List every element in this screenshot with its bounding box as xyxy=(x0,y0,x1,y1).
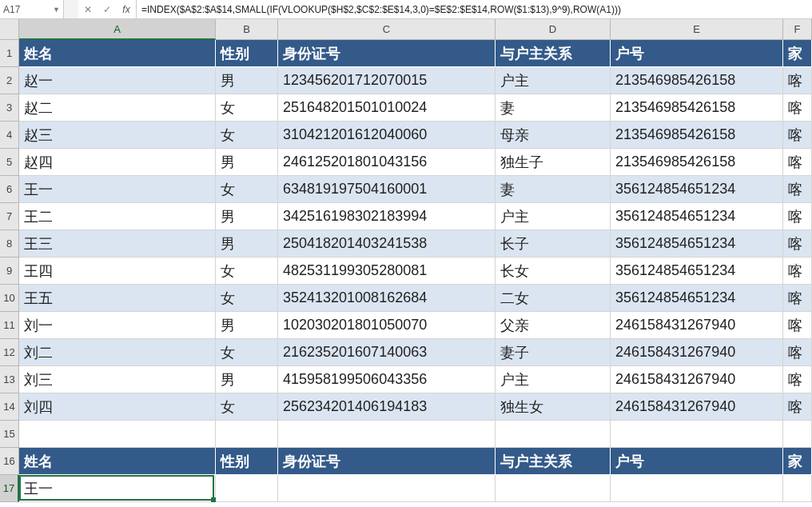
cell[interactable]: 喀 xyxy=(783,339,812,366)
cell[interactable]: 213546985426158 xyxy=(611,122,783,149)
cell[interactable]: 刘四 xyxy=(19,393,216,421)
cell[interactable]: 246125201801043156 xyxy=(278,149,496,176)
cell[interactable]: 213546985426158 xyxy=(611,94,783,122)
cell[interactable]: 女 xyxy=(216,94,278,122)
row-header[interactable]: 3 xyxy=(0,94,19,122)
spreadsheet-grid[interactable]: A B C D E F 1 姓名 性别 身份证号 与户主关系 户号 家 2赵一男… xyxy=(0,19,812,507)
cell[interactable]: 246158431267940 xyxy=(611,339,783,366)
cell[interactable]: 男 xyxy=(216,312,278,339)
row-header[interactable]: 6 xyxy=(0,176,19,203)
cell[interactable]: 赵四 xyxy=(19,149,216,176)
row-header[interactable]: 2 xyxy=(0,67,19,94)
cell[interactable]: 喀 xyxy=(783,122,812,149)
col-header-B[interactable]: B xyxy=(216,19,278,40)
cell[interactable]: 独生女 xyxy=(496,393,611,421)
cell[interactable]: 216235201607140063 xyxy=(278,339,496,366)
cell[interactable]: 刘三 xyxy=(19,366,216,393)
cell[interactable]: 女 xyxy=(216,339,278,366)
hdr2-gender[interactable]: 性别 xyxy=(216,448,278,475)
cell[interactable] xyxy=(783,421,812,448)
cell[interactable]: 男 xyxy=(216,366,278,393)
cell[interactable]: 女 xyxy=(216,176,278,203)
cell[interactable]: 251648201501010024 xyxy=(278,94,496,122)
cell[interactable]: 喀 xyxy=(783,203,812,230)
cell[interactable]: 352413201008162684 xyxy=(278,285,496,312)
cell[interactable]: 250418201403241538 xyxy=(278,230,496,257)
cell[interactable]: 喀 xyxy=(783,393,812,421)
select-all-corner[interactable] xyxy=(0,19,19,40)
row-header[interactable]: 7 xyxy=(0,203,19,230)
row-header[interactable]: 14 xyxy=(0,393,19,421)
hdr-rel[interactable]: 与户主关系 xyxy=(496,40,611,67)
cell[interactable]: 喀 xyxy=(783,94,812,122)
cell[interactable]: 长女 xyxy=(496,257,611,285)
hdr2-id[interactable]: 身份证号 xyxy=(278,448,496,475)
cell[interactable] xyxy=(19,421,216,448)
name-box[interactable]: A17 ▼ xyxy=(0,0,64,18)
col-header-C[interactable]: C xyxy=(278,19,496,40)
cell[interactable] xyxy=(783,475,812,502)
cell[interactable] xyxy=(278,475,496,502)
cell[interactable]: 213546985426158 xyxy=(611,67,783,94)
cell[interactable]: 赵三 xyxy=(19,122,216,149)
cell[interactable]: 长子 xyxy=(496,230,611,257)
cell[interactable]: 王五 xyxy=(19,285,216,312)
cell[interactable]: 妻 xyxy=(496,176,611,203)
cell[interactable]: 喀 xyxy=(783,285,812,312)
insert-function-button[interactable]: fx xyxy=(117,4,136,15)
cell[interactable]: 王四 xyxy=(19,257,216,285)
cell[interactable]: 356124854651234 xyxy=(611,285,783,312)
cell[interactable]: 356124854651234 xyxy=(611,230,783,257)
cell[interactable]: 刘二 xyxy=(19,339,216,366)
hdr2-name[interactable]: 姓名 xyxy=(19,448,216,475)
cell[interactable] xyxy=(611,421,783,448)
cell[interactable]: 赵二 xyxy=(19,94,216,122)
cell[interactable]: 户主 xyxy=(496,67,611,94)
row-header-1[interactable]: 1 xyxy=(0,40,19,67)
cell[interactable]: 310421201612040060 xyxy=(278,122,496,149)
cell[interactable]: 634819197504160001 xyxy=(278,176,496,203)
cell[interactable]: 482531199305280081 xyxy=(278,257,496,285)
formula-bar-input[interactable]: =INDEX($A$2:$A$14,SMALL(IF(VLOOKUP($H$2,… xyxy=(137,0,812,18)
cell[interactable]: 喀 xyxy=(783,312,812,339)
hdr-gender[interactable]: 性别 xyxy=(216,40,278,67)
row-header[interactable]: 8 xyxy=(0,230,19,257)
hdr2-extra[interactable]: 家 xyxy=(783,448,812,475)
cell[interactable]: 女 xyxy=(216,393,278,421)
cell[interactable]: 喀 xyxy=(783,230,812,257)
cell[interactable]: 256234201406194183 xyxy=(278,393,496,421)
cell[interactable]: 246158431267940 xyxy=(611,312,783,339)
cell[interactable]: 女 xyxy=(216,285,278,312)
cell[interactable] xyxy=(496,475,611,502)
hdr-hhno[interactable]: 户号 xyxy=(611,40,783,67)
cell[interactable]: 男 xyxy=(216,149,278,176)
cell[interactable]: 王二 xyxy=(19,203,216,230)
cell[interactable]: 刘一 xyxy=(19,312,216,339)
col-header-A[interactable]: A xyxy=(19,19,216,40)
confirm-formula-button[interactable]: ✓ xyxy=(98,4,117,15)
col-header-F[interactable]: F xyxy=(783,19,812,40)
cell[interactable]: 356124854651234 xyxy=(611,257,783,285)
cell[interactable]: 男 xyxy=(216,67,278,94)
row-header[interactable]: 11 xyxy=(0,312,19,339)
cell[interactable]: 415958199506043356 xyxy=(278,366,496,393)
cell[interactable] xyxy=(611,475,783,502)
cell[interactable]: 喀 xyxy=(783,176,812,203)
cell[interactable]: 户主 xyxy=(496,366,611,393)
hdr-extra[interactable]: 家 xyxy=(783,40,812,67)
cell[interactable] xyxy=(216,475,278,502)
cell[interactable]: 男 xyxy=(216,203,278,230)
cell[interactable] xyxy=(496,421,611,448)
cell[interactable]: 妻 xyxy=(496,94,611,122)
cell[interactable]: 213546985426158 xyxy=(611,149,783,176)
hdr-id[interactable]: 身份证号 xyxy=(278,40,496,67)
row-header-17[interactable]: 17 xyxy=(0,475,19,502)
cell[interactable]: 123456201712070015 xyxy=(278,67,496,94)
cell[interactable]: 喀 xyxy=(783,149,812,176)
active-cell-A17[interactable]: 王一 xyxy=(19,475,216,502)
cell[interactable]: 独生子 xyxy=(496,149,611,176)
row-header[interactable]: 13 xyxy=(0,366,19,393)
cell[interactable]: 母亲 xyxy=(496,122,611,149)
row-header[interactable]: 5 xyxy=(0,149,19,176)
cancel-formula-button[interactable]: ✕ xyxy=(78,4,98,15)
